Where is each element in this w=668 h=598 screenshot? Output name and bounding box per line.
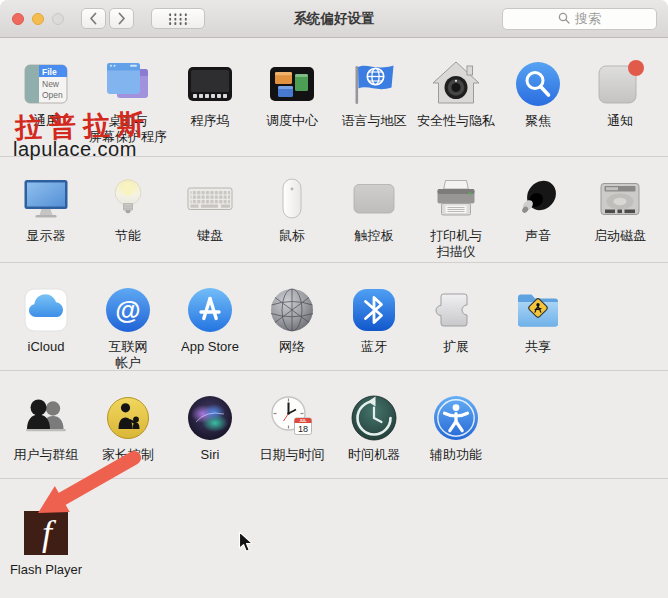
chevron-left-icon [89,12,98,25]
pref-item-label: 鼠标 [279,228,305,244]
search-placeholder: 搜索 [575,10,601,28]
search-icon [558,12,570,27]
pref-item-label: 打印机与 扫描仪 [430,228,482,260]
icloud-icon [20,284,72,336]
desktop-screensaver-icon [102,58,154,110]
pref-item-keyboard[interactable]: 键盘 [169,173,251,262]
pref-item-app-store[interactable]: App Store [169,284,251,370]
security-privacy-icon [430,58,482,110]
sound-icon [512,173,564,225]
preferences-section-3: iCloud@互联网 帐户App Store网络蓝牙扩展共享 [0,262,668,370]
parental-controls-icon [102,392,154,444]
pref-item-internet-accounts[interactable]: @互联网 帐户 [87,284,169,370]
pref-item-siri[interactable]: Siri [169,392,251,478]
pref-item-displays[interactable]: 显示器 [5,173,87,262]
pref-item-mouse[interactable]: 鼠标 [251,173,333,262]
pref-item-label: 显示器 [27,228,66,244]
search-input[interactable]: 搜索 [502,8,657,30]
pref-item-notifications[interactable]: 通知 [579,58,661,156]
pref-item-startup-disk[interactable]: 启动磁盘 [579,173,661,262]
energy-saver-icon [102,173,154,225]
svg-text:Open: Open [42,90,63,100]
siri-icon [184,392,236,444]
pref-item-label: 语言与地区 [342,113,407,129]
pref-item-label: Flash Player [10,562,82,578]
titlebar: 系统偏好设置 搜索 [0,0,668,38]
pref-item-label: 通知 [607,113,633,129]
pref-item-label: 安全性与隐私 [417,113,495,129]
pref-item-label: 节能 [115,228,141,244]
pref-item-language-region[interactable]: 语言与地区 [333,58,415,156]
internet-accounts-icon: @ [102,284,154,336]
pref-item-label: 时间机器 [348,447,400,463]
pref-item-label: 调度中心 [266,113,318,129]
pref-item-flash-player[interactable]: fFlash Player [5,507,87,598]
pref-item-label: 扩展 [443,339,469,355]
notifications-icon [594,58,646,110]
pref-item-accessibility[interactable]: 辅助功能 [415,392,497,478]
pref-item-label: 程序坞 [191,113,230,129]
minimize-button[interactable] [32,13,44,25]
pref-item-label: 互联网 帐户 [109,339,148,371]
startup-disk-icon [594,173,646,225]
pref-item-icloud[interactable]: iCloud [5,284,87,370]
pref-item-mission-control[interactable]: 调度中心 [251,58,333,156]
pref-item-network[interactable]: 网络 [251,284,333,370]
pref-item-label: iCloud [28,339,65,355]
pref-item-time-machine[interactable]: 时间机器 [333,392,415,478]
mouse-icon [266,173,318,225]
pref-item-printers-scanners[interactable]: 打印机与 扫描仪 [415,173,497,262]
close-button[interactable] [12,13,24,25]
pref-item-security-privacy[interactable]: 安全性与隐私 [415,58,497,156]
users-groups-icon [20,392,72,444]
svg-text:New: New [42,79,60,89]
pref-item-date-time[interactable]: JUL18日期与时间 [251,392,333,478]
pref-item-label: 触控板 [355,228,394,244]
pref-item-extensions[interactable]: 扩展 [415,284,497,370]
pref-item-trackpad[interactable]: 触控板 [333,173,415,262]
pref-item-label: 蓝牙 [361,339,387,355]
sharing-icon [512,284,564,336]
svg-text:@: @ [115,295,140,325]
svg-text:JUL: JUL [299,419,307,423]
accessibility-icon [430,392,482,444]
svg-text:File: File [42,67,57,77]
bluetooth-icon [348,284,400,336]
pref-item-energy-saver[interactable]: 节能 [87,173,169,262]
mouse-cursor [238,531,253,553]
system-preferences-window: 系统偏好设置 搜索 FileNewOpen通用桌面与 屏幕保护程序程序坞调度中心… [0,0,668,598]
displays-icon [20,173,72,225]
watermark-domain: lapulace.com [13,138,137,161]
pref-item-label: 网络 [279,339,305,355]
dock-icon [184,58,236,110]
mission-control-icon [266,58,318,110]
nav-buttons [81,8,134,29]
forward-button[interactable] [109,8,134,29]
pref-item-label: 启动磁盘 [594,228,646,244]
date-time-icon: JUL18 [266,392,318,444]
app-store-icon [184,284,236,336]
time-machine-icon [348,392,400,444]
pref-item-label: 声音 [525,228,551,244]
trackpad-icon [348,173,400,225]
extensions-icon [430,284,482,336]
spotlight-icon [512,58,564,110]
pref-item-label: 日期与时间 [260,447,325,463]
pref-item-sound[interactable]: 声音 [497,173,579,262]
pref-item-spotlight[interactable]: 聚焦 [497,58,579,156]
pref-item-label: 共享 [525,339,551,355]
keyboard-icon [184,173,236,225]
pref-item-bluetooth[interactable]: 蓝牙 [333,284,415,370]
network-icon [266,284,318,336]
pref-item-dock[interactable]: 程序坞 [169,58,251,156]
zoom-button [52,13,64,25]
pref-item-label: 辅助功能 [430,447,482,463]
pref-item-label: App Store [181,339,239,355]
pref-item-label: Siri [201,447,220,463]
annotation-arrow [22,448,142,520]
pref-item-sharing[interactable]: 共享 [497,284,579,370]
chevron-right-icon [117,12,126,25]
pref-item-label: 键盘 [197,228,223,244]
back-button[interactable] [81,8,106,29]
language-region-icon [348,58,400,110]
